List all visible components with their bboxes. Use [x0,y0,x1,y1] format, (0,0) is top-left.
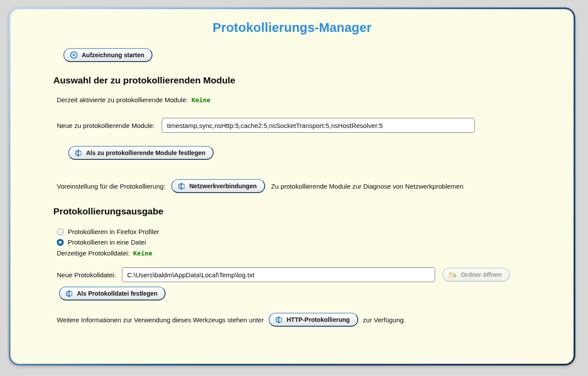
window-splitter-icon [66,290,73,297]
start-logging-button[interactable]: Aufzeichnung starten [63,48,152,62]
radio-profiler-circle[interactable] [57,228,64,235]
set-modules-label: Als zu protokollierende Module festlegen [86,149,205,156]
play-icon [70,51,78,59]
set-logfile-label: Als Protokolldatei festlegen [77,290,157,297]
http-logging-link-label: HTTP-Protokollierung [287,316,350,323]
http-logging-link-button[interactable]: HTTP-Protokollierung [269,313,358,327]
current-modules-label: Derzeit aktivierte zu protokollierende M… [57,96,188,103]
output-section-heading: Protokollierungsausgabe [53,206,556,217]
current-modules-value: Keine [191,97,211,103]
main-card: Protokollierungs-Manager Aufzeichnung st… [10,9,574,364]
open-folder-button[interactable]: Ordner öffnen [442,268,510,282]
current-file-label: Derzeitige Protokolldatei: [57,249,130,257]
radio-profiler-label: Protokollieren in Firefox Profiler [68,228,159,235]
set-modules-button[interactable]: Als zu protokollierende Module festlegen [68,146,214,160]
page-title: Protokollierungs-Manager [10,21,574,35]
window-splitter-icon [178,183,185,190]
new-file-input[interactable] [122,267,435,282]
main-card-border: Protokollierungs-Manager Aufzeichnung st… [9,7,575,366]
start-logging-label: Aufzeichnung starten [82,52,144,59]
preset-dropdown-button[interactable]: Netzwerkverbindungen [171,179,265,193]
preset-dropdown-label: Netzwerkverbindungen [189,183,256,190]
window-splitter-icon [275,317,283,323]
preset-description: Zu protokollierende Module zur Diagnose … [271,183,463,190]
open-folder-icon [449,272,457,278]
new-modules-input[interactable] [162,118,475,133]
current-file-value: Keine [133,250,152,257]
radio-option-file[interactable]: Protokollieren in eine Datei [57,238,556,246]
radio-file-label: Protokollieren in eine Datei [68,238,146,246]
radio-file-circle[interactable] [57,239,64,246]
modules-section-heading: Auswahl der zu protokollierenden Module [53,75,556,86]
new-modules-label: Neue zu protokollierende Module: [57,122,155,129]
open-folder-label: Ordner öffnen [461,271,502,278]
set-logfile-button[interactable]: Als Protokolldatei festlegen [59,286,166,300]
radio-option-profiler[interactable]: Protokollieren in Firefox Profiler [57,228,556,235]
footer-text-after: zur Verfügung. [363,316,406,324]
preset-label: Voreinstellung für die Protokollierung: [57,183,165,190]
new-file-label: Neue Protokolldatei: [57,271,116,279]
window-splitter-icon [75,150,82,156]
footer-text-before: Weitere Informationen zur Verwendung die… [57,316,264,324]
